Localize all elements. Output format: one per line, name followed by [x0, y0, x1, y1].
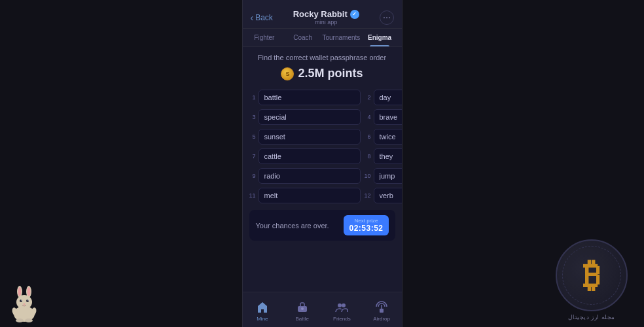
app-subtitle: mini app [315, 19, 337, 26]
svg-rect-19 [380, 309, 384, 313]
word-num-7: 7 [249, 153, 256, 160]
tab-enigma[interactable]: Enigma [361, 29, 399, 46]
word-num-6: 6 [365, 133, 371, 140]
svg-point-10 [24, 303, 26, 305]
svg-point-18 [342, 303, 346, 307]
back-chevron-icon: ‹ [251, 12, 254, 23]
word-input-5[interactable] [259, 129, 361, 145]
word-item-3: 3 [249, 109, 361, 125]
word-num-10: 10 [365, 173, 371, 179]
instruction-text: Find the correct wallet passphrase order [249, 54, 395, 61]
bottom-navigation: Mine Battle [243, 292, 402, 327]
svg-point-17 [338, 303, 342, 307]
word-input-2[interactable] [374, 90, 402, 105]
rabbit-mascot [7, 281, 43, 324]
rabbit-area [0, 249, 242, 327]
word-item-8: 8 [365, 148, 402, 164]
word-num-9: 9 [249, 173, 256, 179]
header-center: Rocky Rabbit ✓ mini app [293, 9, 359, 26]
word-num-2: 2 [365, 94, 371, 101]
word-input-11[interactable] [259, 188, 361, 203]
svg-point-9 [27, 300, 28, 300]
word-num-3: 3 [249, 114, 256, 120]
nav-airdrop-label: Airdrop [373, 316, 390, 322]
watermark-area: ₿ مجله ارز دیجیتال [539, 222, 644, 327]
word-num-5: 5 [249, 133, 256, 140]
watermark-logo: ₿ [556, 239, 628, 311]
word-item-9: 9 [249, 168, 361, 184]
phone-container: ‹ Back Rocky Rabbit ✓ mini app ⋯ Fighter… [242, 0, 402, 327]
next-prize-label: Next prize [354, 218, 378, 224]
tab-fighter[interactable]: Fighter [245, 29, 284, 46]
verified-badge: ✓ [350, 10, 359, 19]
left-panel [0, 0, 242, 327]
back-label: Back [255, 13, 273, 22]
word-input-6[interactable] [374, 129, 402, 145]
chances-over-text: Your chances are over. [256, 222, 329, 230]
svg-point-3 [18, 287, 22, 296]
word-num-8: 8 [365, 153, 371, 160]
word-input-3[interactable] [259, 109, 361, 125]
watermark-ring [562, 246, 621, 305]
app-header: ‹ Back Rocky Rabbit ✓ mini app ⋯ [243, 0, 402, 29]
outer-background: ‹ Back Rocky Rabbit ✓ mini app ⋯ Fighter… [0, 0, 644, 327]
back-button[interactable]: ‹ Back [251, 12, 273, 23]
word-num-4: 4 [365, 114, 371, 120]
word-item-2: 2 [365, 90, 402, 105]
chances-banner: Your chances are over. Next prize 02:53:… [249, 210, 395, 241]
word-input-7[interactable] [259, 148, 361, 164]
word-item-10: 10 [365, 168, 402, 184]
tab-tournaments[interactable]: Tournaments [322, 29, 361, 46]
tab-bar: Fighter Coach Tournaments Enigma [243, 29, 402, 47]
word-input-1[interactable] [259, 90, 361, 105]
next-prize-box: Next prize 02:53:52 [344, 215, 388, 235]
svg-point-8 [21, 300, 22, 300]
next-prize-time: 02:53:52 [349, 224, 383, 233]
nav-friends[interactable]: Friends [322, 292, 362, 327]
right-panel: ₿ مجله ارز دیجیتال [402, 0, 645, 327]
points-row: S 2.5M points [249, 67, 395, 80]
word-input-10[interactable] [374, 168, 402, 184]
word-input-9[interactable] [259, 168, 361, 184]
word-item-4: 4 [365, 109, 402, 125]
word-item-12: 12 [365, 188, 402, 203]
content-area: Find the correct wallet passphrase order… [243, 47, 402, 327]
nav-airdrop[interactable]: Airdrop [362, 292, 402, 327]
nav-friends-label: Friends [333, 316, 351, 322]
word-input-8[interactable] [374, 148, 402, 164]
word-item-11: 11 [249, 188, 361, 203]
title-text: Rocky Rabbit [293, 9, 348, 19]
svg-point-16 [301, 307, 304, 310]
svg-point-13 [16, 318, 24, 322]
coin-icon: S [281, 67, 294, 80]
tab-coach[interactable]: Coach [283, 29, 322, 46]
word-num-1: 1 [249, 94, 256, 101]
word-input-12[interactable] [374, 188, 402, 203]
battle-icon [295, 300, 310, 315]
word-num-12: 12 [365, 192, 371, 199]
svg-point-14 [25, 318, 33, 322]
friends-icon [334, 300, 349, 315]
word-item-7: 7 [249, 148, 361, 164]
word-input-4[interactable] [374, 109, 402, 125]
watermark-text: مجله ارز دیجیتال [568, 314, 615, 320]
word-num-11: 11 [249, 192, 256, 199]
word-grid: 1 2 3 4 5 [249, 90, 395, 203]
mine-icon [255, 300, 270, 315]
word-item-1: 1 [249, 90, 361, 105]
nav-mine-label: Mine [257, 316, 268, 322]
menu-button[interactable]: ⋯ [380, 10, 394, 25]
nav-mine[interactable]: Mine [243, 292, 283, 327]
nav-battle-label: Battle [295, 316, 308, 322]
word-item-5: 5 [249, 129, 361, 145]
airdrop-icon [374, 300, 389, 315]
app-title: Rocky Rabbit ✓ [293, 9, 359, 19]
nav-battle[interactable]: Battle [282, 292, 322, 327]
word-item-6: 6 [365, 129, 402, 145]
svg-point-5 [27, 287, 31, 296]
points-value: 2.5M points [298, 67, 363, 80]
